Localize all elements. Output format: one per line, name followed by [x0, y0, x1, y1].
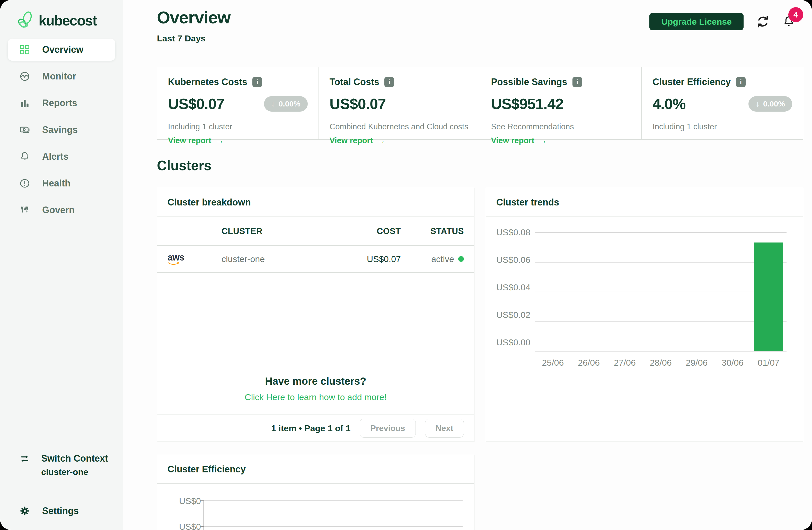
kubecost-logo-icon: [16, 11, 33, 30]
y-axis-line: [204, 500, 204, 530]
sidebar-item-label: Savings: [42, 124, 78, 135]
y-axis-label: US$0: [173, 496, 201, 506]
aws-logo-text: aws: [168, 253, 184, 262]
settings-button[interactable]: Settings: [19, 505, 113, 517]
axis-tick: [200, 526, 204, 527]
card-kubernetes-costs: Kubernetes Costs i US$0.07 ↓ 0.00% Inclu…: [157, 68, 319, 139]
gear-icon: [19, 505, 30, 517]
more-clusters-prompt: Have more clusters? Click Here to learn …: [157, 273, 474, 414]
bottom-row: Cluster Efficiency US$0 US$0: [157, 455, 803, 530]
clusters-heading: Clusters: [157, 158, 803, 173]
info-icon[interactable]: i: [572, 77, 582, 87]
notifications-button[interactable]: 4: [782, 15, 796, 28]
cluster-efficiency-chart: US$0 US$0: [157, 484, 474, 530]
view-report-label: View report: [330, 136, 373, 145]
view-report-link[interactable]: View report →: [330, 136, 469, 145]
trend-bars: [535, 232, 786, 351]
sidebar: kubecost Overview Monitor: [0, 0, 123, 530]
column-status: STATUS: [401, 226, 464, 236]
card-title: Kubernetes Costs: [168, 77, 247, 87]
bar-chart-icon: [19, 98, 30, 109]
gridline: [204, 500, 463, 501]
refresh-button[interactable]: [756, 15, 770, 29]
grid-icon: [19, 44, 30, 55]
gridline: [204, 526, 463, 527]
x-axis-labels: 25/0626/0627/0628/0629/0630/0601/07: [535, 358, 786, 368]
cluster-trends-chart: US$0.08US$0.06US$0.04US$0.02US$0.00 25/0…: [486, 217, 803, 368]
sidebar-item-savings[interactable]: Savings: [8, 119, 115, 141]
sidebar-item-label: Overview: [42, 44, 83, 55]
card-subtitle: See Recommendations: [491, 122, 631, 131]
column-cost: COST: [339, 226, 401, 236]
view-report-link[interactable]: View report →: [168, 136, 308, 145]
delta-badge: ↓ 0.00%: [749, 96, 792, 112]
view-report-link[interactable]: View report →: [491, 136, 631, 145]
sidebar-nav: Overview Monitor Reports: [0, 39, 123, 226]
column-cluster: CLUSTER: [221, 226, 339, 236]
switch-context-label: Switch Context: [41, 453, 108, 464]
sidebar-item-alerts[interactable]: Alerts: [8, 146, 115, 168]
sidebar-item-reports[interactable]: Reports: [8, 92, 115, 114]
govern-road-icon: [19, 204, 30, 216]
sidebar-item-label: Health: [42, 178, 71, 189]
refresh-icon: [756, 15, 770, 29]
y-axis-labels: US$0.08US$0.06US$0.04US$0.02US$0.00: [496, 228, 530, 347]
sidebar-item-label: Monitor: [42, 71, 76, 82]
sidebar-item-label: Govern: [42, 205, 75, 216]
cluster-name: cluster-one: [221, 254, 339, 264]
add-clusters-link[interactable]: Click Here to learn how to add more!: [245, 392, 387, 402]
table-row[interactable]: aws cluster-one US$0.07 active: [157, 246, 474, 273]
arrow-right-icon: →: [539, 136, 547, 145]
y-axis-label: US$0: [173, 522, 201, 530]
delta-value: 0.00%: [763, 100, 785, 108]
page-title: Overview: [157, 8, 231, 27]
sidebar-item-health[interactable]: Health: [8, 172, 115, 194]
next-page-button[interactable]: Next: [425, 419, 464, 438]
cluster-cost: US$0.07: [339, 254, 401, 264]
info-icon[interactable]: i: [252, 77, 262, 87]
bell-icon: [19, 151, 30, 162]
cluster-breakdown-panel: Cluster breakdown CLUSTER COST STATUS aw…: [157, 188, 475, 442]
panel-title: Cluster Efficiency: [157, 455, 474, 484]
provider-logo-aws: aws: [157, 253, 221, 265]
pagination-summary: 1 item • Page 1 of 1: [271, 423, 351, 433]
arrow-down-icon: ↓: [756, 100, 759, 108]
card-cluster-efficiency: Cluster Efficiency i 4.0% ↓ 0.00% Includ…: [642, 68, 803, 139]
info-icon[interactable]: i: [385, 77, 394, 87]
panel-title: Cluster breakdown: [157, 188, 474, 217]
card-value: US$0.07: [330, 95, 386, 112]
plot-area: [535, 232, 786, 351]
card-possible-savings: Possible Savings i US$951.42 See Recomme…: [480, 68, 642, 139]
brand-logo[interactable]: kubecost: [0, 9, 123, 32]
card-total-costs: Total Costs i US$0.07 Combined Kubernete…: [319, 68, 480, 139]
arrow-right-icon: →: [216, 136, 224, 145]
sidebar-item-label: Reports: [42, 98, 77, 108]
delta-badge: ↓ 0.00%: [264, 96, 308, 112]
sidebar-item-monitor[interactable]: Monitor: [8, 65, 115, 87]
cluster-status: active: [401, 254, 464, 264]
pagination: 1 item • Page 1 of 1 Previous Next: [157, 414, 474, 442]
info-icon[interactable]: i: [736, 77, 745, 87]
current-context: cluster-one: [41, 467, 108, 477]
summary-cards: Kubernetes Costs i US$0.07 ↓ 0.00% Inclu…: [157, 67, 803, 139]
cluster-efficiency-panel: Cluster Efficiency US$0 US$0: [157, 455, 475, 530]
monitor-pulse-icon: [19, 71, 30, 82]
sidebar-item-label: Alerts: [42, 151, 69, 162]
upgrade-license-button[interactable]: Upgrade License: [649, 13, 743, 30]
status-label: active: [431, 254, 454, 264]
card-value: 4.0%: [652, 95, 685, 112]
card-title: Possible Savings: [491, 77, 567, 87]
card-title: Total Costs: [330, 77, 379, 87]
app-window: kubecost Overview Monitor: [0, 0, 812, 530]
switch-context-button[interactable]: Switch Context cluster-one: [19, 453, 113, 477]
sidebar-item-govern[interactable]: Govern: [8, 199, 115, 221]
sidebar-item-overview[interactable]: Overview: [8, 39, 115, 61]
sidebar-bottom: Switch Context cluster-one: [0, 453, 123, 517]
arrow-right-icon: →: [377, 136, 386, 145]
date-range-label: Last 7 Days: [157, 33, 231, 43]
panel-title: Cluster trends: [486, 188, 803, 217]
notification-count-badge: 4: [788, 7, 803, 22]
more-clusters-title: Have more clusters?: [265, 376, 366, 387]
previous-page-button[interactable]: Previous: [360, 419, 416, 438]
table-header: CLUSTER COST STATUS: [157, 217, 474, 246]
